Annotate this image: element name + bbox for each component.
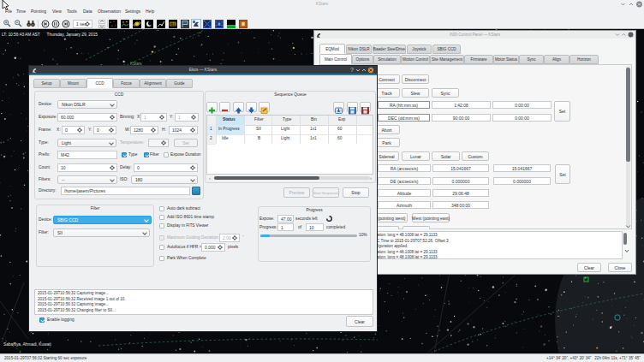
svg-text:ON: ON <box>170 22 176 26</box>
svg-text:?: ? <box>350 67 354 73</box>
